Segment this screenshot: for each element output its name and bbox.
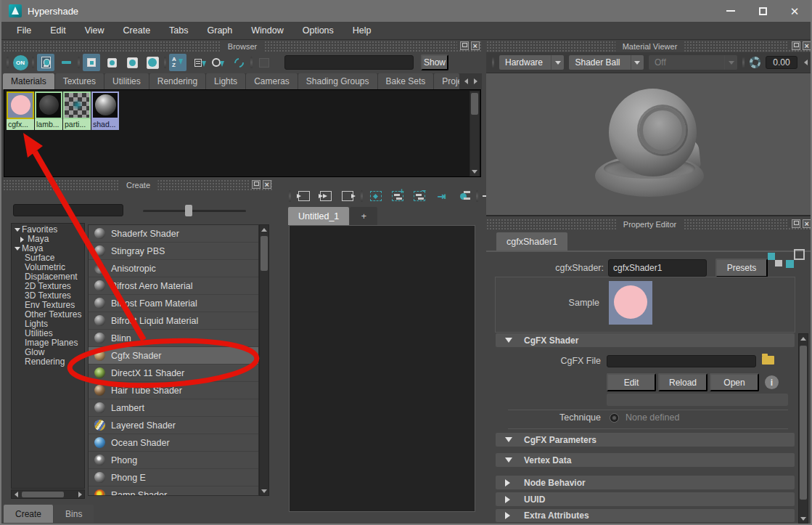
minimize-button[interactable]	[715, 0, 747, 22]
list-item-bifrost-aero-material[interactable]: Bifrost Aero Material	[89, 277, 258, 294]
scroll-tabs-left-icon[interactable]	[464, 78, 468, 84]
scroll-down-icon[interactable]	[261, 489, 267, 493]
close-panel-icon[interactable]	[803, 219, 811, 228]
swatch-render-on-button[interactable]: ON	[12, 54, 29, 71]
scroll-down-icon[interactable]	[472, 170, 477, 174]
menu-view[interactable]: View	[75, 25, 114, 36]
open-button[interactable]: Open	[710, 373, 759, 391]
list-item-blinn[interactable]: Blinn	[89, 330, 258, 346]
swatch-area[interactable]: cgfx... lamb... parti... shad...	[4, 89, 481, 177]
list-item-lambert[interactable]: Lambert	[89, 399, 258, 416]
browser-search-input[interactable]	[284, 55, 414, 70]
list-item-bifrost-liquid-material[interactable]: Bifrost Liquid Material	[89, 312, 258, 329]
show-button[interactable]: Show	[421, 54, 448, 70]
create-search-input[interactable]	[13, 204, 123, 216]
float-panel-icon[interactable]	[792, 41, 800, 50]
list-scrollbar[interactable]	[259, 224, 269, 496]
menu-file[interactable]: File	[7, 25, 41, 36]
swatch-size-large-button[interactable]	[123, 54, 141, 71]
close-panel-icon[interactable]	[471, 41, 480, 50]
section-cgfx-parameters[interactable]: CgFX Parameters	[496, 433, 795, 447]
refresh-swatches-button[interactable]	[230, 54, 247, 71]
property-editor-scrollbar[interactable]	[798, 333, 808, 524]
expand-arrow-icon[interactable]	[20, 237, 28, 243]
scroll-up-icon[interactable]	[261, 228, 267, 232]
remove-selected-from-graph-button[interactable]	[411, 187, 428, 205]
tab-shading-groups[interactable]: Shading Groups	[298, 73, 377, 89]
float-panel-icon[interactable]	[252, 180, 261, 189]
tab-rendering[interactable]: Rendering	[149, 73, 205, 89]
list-item-layered-shader[interactable]: Layered Shader	[89, 417, 258, 434]
expand-arrow-icon[interactable]	[15, 247, 22, 251]
float-panel-icon[interactable]	[792, 219, 800, 228]
tab-materials[interactable]: Materials	[3, 73, 54, 89]
list-item-shaderfx-shader[interactable]: Shaderfx Shader	[89, 225, 258, 242]
tab-lights[interactable]: Lights	[206, 73, 245, 89]
scroll-down-icon[interactable]	[800, 517, 806, 521]
material-viewer-header[interactable]: Material Viewer	[486, 41, 812, 52]
slider-handle[interactable]	[185, 205, 192, 216]
swatch-size-xlarge-button[interactable]	[144, 54, 161, 71]
show-connected-nodes-button[interactable]	[454, 187, 472, 205]
collapse-left-icon[interactable]	[804, 60, 808, 65]
input-output-connections-button[interactable]	[317, 187, 335, 205]
list-item-bifrost-foam-material[interactable]: Bifrost Foam Material	[89, 295, 258, 312]
bar-view-button[interactable]	[57, 54, 75, 71]
menu-window[interactable]: Window	[242, 25, 292, 36]
section-node-behavior[interactable]: Node Behavior	[496, 476, 795, 489]
scroll-right-icon[interactable]	[78, 492, 82, 497]
input-connections-button[interactable]	[295, 187, 313, 205]
rearrange-graph-button[interactable]	[367, 187, 385, 205]
swatch-outline-view-button[interactable]	[37, 54, 54, 71]
section-uuid[interactable]: UUID	[496, 492, 795, 506]
scroll-left-icon[interactable]	[15, 492, 18, 497]
scroll-tabs-right-icon[interactable]	[474, 78, 477, 84]
exposure-input[interactable]	[766, 56, 797, 69]
presets-button[interactable]: Presets	[715, 259, 768, 277]
edit-button[interactable]: Edit	[607, 373, 656, 391]
list-item-phong[interactable]: Phong	[89, 452, 258, 468]
swatch-size-small-button[interactable]	[83, 54, 100, 71]
menu-edit[interactable]: Edit	[41, 25, 75, 36]
list-item-directx-11-shader[interactable]: DirectX 11 Shader	[89, 365, 258, 381]
swatch-size-medium-button[interactable]	[103, 54, 120, 71]
close-panel-icon[interactable]	[263, 180, 271, 189]
sort-by-time-button[interactable]	[210, 54, 227, 71]
menu-graph[interactable]: Graph	[198, 25, 242, 36]
tab-cameras[interactable]: Cameras	[246, 73, 298, 89]
tab-projects[interactable]: Projec	[434, 73, 459, 89]
scroll-up-icon[interactable]	[800, 337, 806, 341]
scrollbar-thumb[interactable]	[800, 346, 807, 500]
swatch-shaderfx[interactable]: shad...	[91, 91, 119, 130]
section-vertex-data[interactable]: Vertex Data	[496, 453, 795, 467]
tree-item-other-textures[interactable]: Other Textures	[12, 310, 84, 320]
scrollbar-thumb[interactable]	[261, 236, 268, 271]
tree-item-image-planes[interactable]: Image Planes	[12, 338, 84, 348]
menu-help[interactable]: Help	[343, 25, 381, 36]
node-graph-canvas[interactable]	[289, 225, 475, 512]
swatch-cgfxshader1[interactable]: cgfx...	[7, 91, 34, 130]
tab-bake-sets[interactable]: Bake Sets	[378, 73, 434, 89]
renderer-dropdown[interactable]: Hardware	[499, 55, 564, 70]
add-tab-button[interactable]: +	[350, 207, 377, 225]
section-extra-attributes[interactable]: Extra Attributes	[496, 509, 795, 522]
output-connections-button[interactable]	[339, 187, 356, 205]
geometry-dropdown[interactable]: Shader Ball	[569, 55, 644, 70]
exposure-aperture-icon[interactable]	[750, 57, 760, 68]
sort-reverse-button[interactable]	[189, 54, 207, 71]
menu-options[interactable]: Options	[293, 25, 343, 36]
list-item-hair-tube-shader[interactable]: Hair Tube Shader	[89, 382, 258, 399]
menu-create[interactable]: Create	[114, 25, 160, 36]
folder-browse-icon[interactable]	[762, 356, 774, 365]
section-cgfx-shader[interactable]: CgFX Shader	[496, 333, 795, 347]
sort-alphabetical-button[interactable]	[169, 54, 186, 71]
tab-utilities[interactable]: Utilities	[104, 73, 149, 89]
tab-create[interactable]: Create	[4, 505, 53, 523]
browser-panel-header[interactable]: Browser	[3, 41, 482, 52]
scrollbar-thumb[interactable]	[22, 492, 64, 497]
create-panel-header[interactable]: Create	[3, 180, 274, 190]
expand-arrow-icon[interactable]	[15, 228, 22, 232]
material-preview-viewport[interactable]	[486, 73, 812, 216]
close-panel-icon[interactable]	[803, 41, 811, 50]
tree-horizontal-scrollbar[interactable]	[11, 489, 85, 499]
